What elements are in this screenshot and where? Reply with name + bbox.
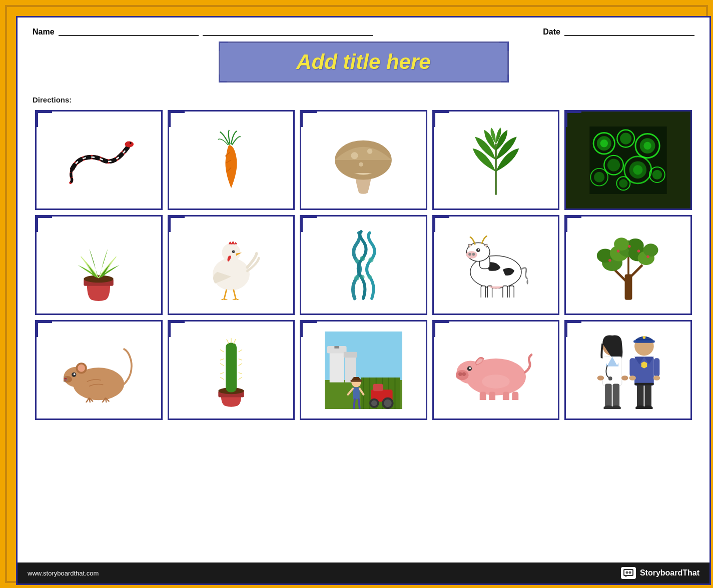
svg-rect-56	[509, 286, 514, 298]
cell-shrub	[564, 215, 692, 315]
footer-url: www.storyboardthat.com	[28, 570, 99, 577]
name-field: Name	[33, 28, 373, 36]
svg-rect-167	[654, 358, 660, 376]
cell-farm	[300, 320, 427, 420]
svg-point-50	[472, 253, 475, 256]
svg-line-38	[234, 290, 236, 298]
svg-point-29	[619, 179, 627, 188]
cell-cow	[432, 215, 560, 315]
svg-point-124	[384, 399, 392, 407]
svg-point-48	[466, 251, 477, 258]
svg-rect-152	[598, 358, 604, 376]
svg-rect-141	[489, 392, 495, 400]
svg-point-173	[643, 406, 653, 409]
svg-rect-157	[613, 384, 620, 408]
svg-point-169	[653, 376, 660, 380]
svg-point-52	[478, 249, 479, 250]
svg-point-1	[130, 142, 132, 144]
svg-line-130	[354, 399, 355, 408]
svg-point-20	[607, 158, 620, 171]
svg-point-159	[611, 406, 621, 409]
cell-people	[564, 320, 692, 420]
page-title: Add title here	[235, 50, 492, 74]
svg-point-74	[608, 259, 611, 262]
svg-line-101	[239, 372, 242, 374]
svg-point-122	[371, 400, 377, 406]
svg-line-102	[239, 377, 242, 380]
svg-point-178	[625, 572, 628, 574]
svg-point-136	[458, 372, 462, 376]
svg-rect-125	[373, 384, 383, 391]
svg-point-179	[628, 572, 631, 574]
svg-point-35	[232, 250, 235, 253]
svg-point-8	[359, 162, 364, 166]
cell-carrot	[168, 110, 295, 210]
cell-houseplant	[35, 215, 163, 315]
svg-rect-143	[512, 392, 518, 400]
svg-point-73	[614, 238, 629, 250]
svg-line-94	[220, 358, 224, 360]
svg-point-148	[482, 374, 509, 388]
svg-rect-174	[634, 382, 654, 385]
cell-seaweed	[300, 215, 427, 315]
cell-cactus	[168, 320, 295, 420]
footer-brand: StoryboardThat	[621, 567, 699, 579]
svg-point-23	[633, 165, 642, 174]
svg-point-155	[621, 376, 628, 380]
svg-marker-176	[625, 576, 627, 577]
svg-point-86	[78, 364, 86, 372]
svg-line-99	[239, 358, 242, 360]
cell-snake	[35, 110, 163, 210]
storyboardthat-icon	[621, 567, 636, 579]
svg-point-18	[644, 142, 651, 149]
svg-rect-112	[344, 352, 357, 358]
svg-point-78	[646, 256, 649, 258]
directions-label: Directions:	[33, 96, 694, 104]
svg-point-25	[652, 170, 662, 179]
svg-rect-53	[481, 286, 485, 298]
svg-rect-171	[645, 384, 652, 408]
title-box[interactable]: Add title here	[219, 42, 509, 82]
svg-rect-55	[503, 286, 507, 298]
svg-point-40	[355, 258, 359, 263]
svg-point-44	[369, 258, 374, 262]
cell-algae	[564, 110, 692, 210]
svg-point-0	[125, 141, 134, 147]
svg-point-39	[354, 276, 359, 280]
svg-point-77	[637, 250, 640, 252]
image-grid	[33, 110, 694, 420]
svg-point-164	[643, 336, 646, 338]
svg-line-98	[239, 350, 242, 352]
svg-line-95	[220, 363, 224, 366]
svg-point-135	[456, 370, 469, 380]
svg-line-105	[233, 339, 236, 344]
svg-point-15	[620, 132, 631, 144]
svg-point-34	[222, 244, 240, 262]
svg-point-75	[616, 250, 619, 252]
svg-rect-166	[630, 358, 636, 376]
cell-mouse	[35, 320, 163, 420]
svg-point-49	[468, 253, 471, 256]
svg-rect-108	[330, 350, 344, 382]
cell-plant	[432, 110, 560, 210]
svg-point-41	[360, 275, 365, 280]
svg-line-96	[220, 372, 224, 374]
svg-point-13	[600, 140, 608, 147]
svg-point-36	[234, 250, 235, 252]
svg-rect-132	[350, 380, 362, 382]
svg-line-131	[359, 399, 360, 408]
cell-mushroom	[300, 110, 427, 210]
footer: www.storyboardthat.com StoryboardThat	[18, 562, 709, 584]
svg-point-43	[368, 275, 372, 280]
svg-line-103	[227, 339, 229, 344]
svg-point-71	[643, 244, 658, 256]
svg-rect-127	[353, 387, 360, 399]
svg-point-139	[469, 367, 471, 369]
svg-line-97	[220, 377, 224, 380]
date-field: Date	[543, 28, 694, 36]
svg-line-93	[220, 350, 224, 352]
svg-rect-142	[503, 392, 509, 400]
svg-rect-177	[624, 570, 632, 575]
svg-point-160	[608, 376, 612, 380]
svg-rect-156	[605, 384, 612, 408]
